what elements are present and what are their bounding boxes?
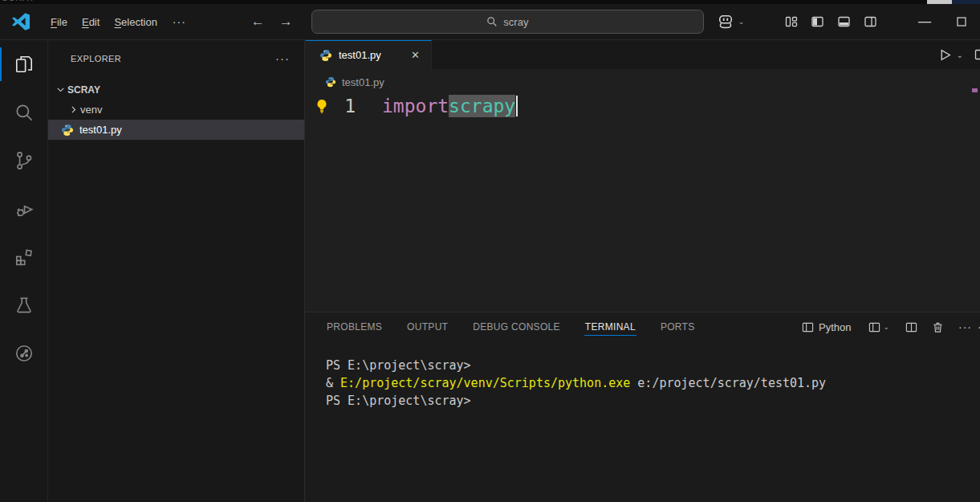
copilot-button[interactable]: ⌄ [717, 14, 745, 30]
background-window-text: SCRAY [2, 0, 35, 2]
sidebar-more-actions-button[interactable]: ··· [270, 51, 295, 65]
new-terminal-button[interactable]: ⌄ [864, 318, 894, 337]
kill-terminal-button[interactable] [927, 318, 949, 337]
source-control-icon [14, 150, 35, 171]
split-terminal-button[interactable] [901, 318, 922, 337]
customize-layout-icon [785, 15, 798, 28]
activity-source-control-button[interactable] [0, 137, 48, 185]
menu-file[interactable]: File [43, 13, 75, 31]
terminal-prompt: PS E:\project\scray> [326, 358, 471, 373]
files-icon [14, 54, 35, 75]
terminal-line: & E:/project/scray/venv/Scripts/python.e… [326, 374, 980, 392]
command-center-search[interactable]: scray [311, 10, 704, 34]
token-keyword-import: import [382, 96, 449, 116]
title-bar: File Edit Selection ··· ← → scray ⌄ [0, 4, 980, 40]
maximize-panel-button-partial[interactable] [977, 321, 980, 333]
window-minimize-button[interactable]: — [906, 6, 943, 38]
toggle-secondary-sidebar-button[interactable] [857, 10, 884, 34]
editor-tab-bar: test01.py ✕ ⌄ [306, 40, 980, 69]
activity-extensions-button[interactable] [0, 233, 48, 281]
text-cursor [516, 96, 518, 116]
overview-ruler-mark [972, 88, 978, 92]
terminal-prompt: PS E:\project\scray> [326, 394, 471, 408]
activity-remote-graph-button[interactable] [0, 329, 48, 378]
customize-layout-button[interactable] [778, 10, 804, 34]
chevron-down-icon [54, 84, 67, 95]
trash-icon [932, 321, 944, 333]
sidebar-title: EXPLORER [71, 54, 121, 63]
maximize-icon [957, 17, 966, 27]
menu-overflow-button[interactable]: ··· [165, 12, 194, 31]
run-python-file-button[interactable] [933, 45, 954, 65]
tree-item-label: venv [80, 104, 102, 116]
extensions-icon [14, 247, 35, 267]
terminal-toolbar: Python ⌄ ··· [797, 317, 980, 337]
terminal-command-prefix: & [326, 376, 340, 390]
terminal-instance-python[interactable]: Python [797, 318, 856, 337]
search-icon [14, 102, 35, 123]
python-file-icon [325, 76, 336, 88]
vscode-window: SCRAY File Edit Selection ··· ← → scray [0, 0, 980, 502]
circle-graph-icon [14, 343, 35, 364]
panel-tab-terminal[interactable]: TERMINAL [584, 314, 636, 340]
run-options-chevron[interactable]: ⌄ [954, 51, 966, 59]
vscode-logo-icon [11, 12, 30, 31]
new-terminal-icon [868, 321, 880, 333]
activity-bar [0, 40, 48, 502]
tab-close-button[interactable]: ✕ [408, 48, 423, 62]
menu-edit[interactable]: Edit [75, 13, 107, 31]
code-line-1: 1 import scrapy [306, 94, 980, 118]
terminal-output[interactable]: PS E:\project\scray>& E:/project/scray/v… [306, 341, 980, 410]
lightbulb-icon[interactable] [314, 98, 330, 114]
split-editor-icon [974, 48, 980, 61]
terminal-command-arg: e:/project/scray/test01.py [630, 376, 826, 390]
terminal-command-path: E:/project/scray/venv/Scripts/python.exe [340, 376, 630, 390]
python-file-icon [319, 49, 332, 62]
chevron-down-icon: ⌄ [738, 18, 745, 26]
search-icon [486, 16, 498, 27]
panel-tab-problems[interactable]: PROBLEMS [326, 314, 383, 340]
panel-tab-ports[interactable]: PORTS [660, 314, 696, 340]
panel-tab-bar: PROBLEMS OUTPUT DEBUG CONSOLE TERMINAL P… [306, 312, 980, 341]
tree-item-venv[interactable]: venv [48, 100, 304, 120]
nav-back-button[interactable]: ← [244, 12, 272, 31]
python-file-icon [61, 124, 74, 137]
breadcrumb[interactable]: test01.py [306, 71, 980, 92]
tree-root-label: SCRAY [67, 84, 100, 96]
panel-tab-output[interactable]: OUTPUT [406, 314, 449, 340]
editor-group: test01.py ✕ ⌄ [306, 40, 980, 312]
line-number: 1 [330, 96, 356, 116]
code-editor[interactable]: 1 import scrapy [306, 94, 980, 118]
bottom-panel: PROBLEMS OUTPUT DEBUG CONSOLE TERMINAL P… [306, 312, 980, 502]
activity-search-button[interactable] [0, 88, 48, 137]
panel-tab-debug-console[interactable]: DEBUG CONSOLE [472, 314, 561, 340]
tree-item-test01[interactable]: test01.py [48, 120, 304, 140]
activity-testing-button[interactable] [0, 281, 48, 329]
terminal-line: PS E:\project\scray> [326, 392, 980, 410]
explorer-sidebar: EXPLORER ··· SCRAY venv test01.py [48, 40, 305, 502]
terminal-profiles-chevron[interactable]: ⌄ [883, 323, 889, 331]
menu-selection[interactable]: Selection [107, 13, 164, 31]
split-terminal-icon [905, 321, 917, 333]
terminal-icon [802, 321, 814, 333]
tree-item-label: test01.py [79, 124, 122, 136]
chevron-right-icon [67, 104, 80, 115]
testing-flask-icon [14, 295, 35, 316]
toggle-primary-sidebar-button[interactable] [804, 10, 831, 34]
search-query-text: scray [503, 16, 528, 28]
activity-run-debug-button[interactable] [0, 185, 48, 233]
panel-bottom-icon [837, 15, 851, 28]
toggle-panel-button[interactable] [831, 10, 857, 34]
tab-test01[interactable]: test01.py ✕ [306, 40, 432, 69]
sidebar-right-icon [864, 15, 877, 28]
token-module-scrapy: scrapy [449, 95, 515, 117]
window-maximize-button[interactable] [943, 6, 980, 38]
nav-forward-button[interactable]: → [272, 12, 300, 31]
run-icon [938, 48, 952, 62]
split-editor-button-partial[interactable] [974, 48, 980, 61]
activity-explorer-button[interactable] [0, 40, 48, 88]
breadcrumb-file[interactable]: test01.py [342, 76, 384, 88]
panel-more-actions-button[interactable]: ··· [954, 317, 977, 337]
chevron-up-icon [977, 321, 980, 333]
tree-root-scray[interactable]: SCRAY [48, 80, 304, 100]
